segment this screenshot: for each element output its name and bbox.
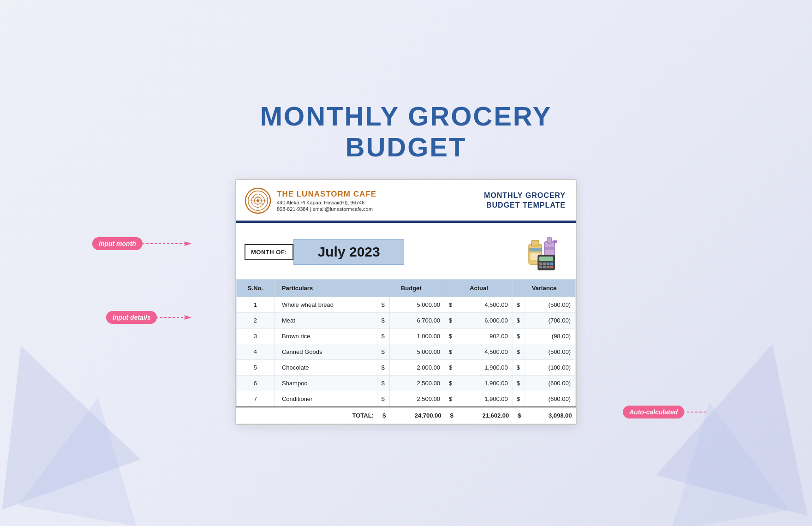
budget-table-wrapper: S.No. Particulars Budget Actual Variance…	[236, 279, 576, 424]
cell-variance-sym: $	[513, 360, 525, 376]
cell-variance: (500.00)	[525, 344, 576, 360]
svg-point-11	[252, 197, 254, 198]
cell-budget-sym: $	[377, 360, 389, 376]
svg-marker-1	[185, 241, 191, 246]
total-variance-sym: $	[513, 407, 525, 424]
cell-variance-sym: $	[513, 313, 525, 329]
cell-particular[interactable]: Canned Goods	[274, 344, 377, 360]
cell-budget-sym: $	[377, 329, 389, 344]
page-title: MONTHLY GROCERY BUDGET	[260, 101, 552, 162]
cell-actual[interactable]: 6,000.00	[457, 313, 513, 329]
total-actual-sym: $	[445, 407, 457, 424]
doc-header: THE LUNASTORM CAFE 440 Aleka Pl Kapaa, H…	[236, 180, 576, 223]
svg-rect-23	[539, 263, 542, 265]
cell-variance-sym: $	[513, 391, 525, 407]
cell-actual-sym: $	[445, 313, 457, 329]
page-title-line2: BUDGET	[346, 132, 467, 162]
cell-actual[interactable]: 1,900.00	[457, 360, 513, 376]
cell-variance: (600.00)	[525, 391, 576, 407]
cell-sno: 5	[237, 360, 275, 376]
cell-actual[interactable]: 1,900.00	[457, 391, 513, 407]
cell-variance: (98.00)	[525, 329, 576, 344]
month-row: MONTH OF: July 2023	[236, 223, 576, 279]
document-card: THE LUNASTORM CAFE 440 Aleka Pl Kapaa, H…	[235, 179, 577, 425]
cell-actual-sym: $	[445, 344, 457, 360]
input-month-annotation: Input month	[92, 237, 143, 250]
cell-budget-sym: $	[377, 391, 389, 407]
svg-rect-25	[547, 263, 549, 265]
cell-budget-sym: $	[377, 313, 389, 329]
cafe-contact: 808-821-9384 | email@lunastormcafe.com	[277, 206, 376, 212]
cell-particular[interactable]: Shampoo	[274, 376, 377, 391]
header-sno: S.No.	[237, 280, 275, 297]
cell-actual-sym: $	[445, 360, 457, 376]
total-row: TOTAL: $ 24,700.00 $ 21,602.00 $ 3,098.0…	[237, 407, 576, 424]
cell-budget[interactable]: 2,500.00	[389, 376, 445, 391]
cell-budget-sym: $	[377, 297, 389, 313]
cell-particular[interactable]: Brown rice	[274, 329, 377, 344]
cafe-logo-icon	[245, 187, 271, 214]
cell-sno: 4	[237, 344, 275, 360]
cell-actual-sym: $	[445, 391, 457, 407]
cell-budget[interactable]: 6,700.00	[389, 313, 445, 329]
cell-variance: (500.00)	[525, 297, 576, 313]
input-details-annotation: Input details	[106, 311, 157, 324]
month-value[interactable]: July 2023	[293, 239, 404, 265]
cell-budget[interactable]: 1,000.00	[389, 329, 445, 344]
cell-sno: 2	[237, 313, 275, 329]
svg-rect-30	[550, 266, 553, 268]
cell-budget-sym: $	[377, 344, 389, 360]
cell-actual-sym: $	[445, 376, 457, 391]
header-actual: Actual	[445, 280, 513, 297]
header-budget: Budget	[377, 280, 445, 297]
cell-particular[interactable]: Meat	[274, 313, 377, 329]
svg-rect-20	[544, 247, 555, 250]
budget-table: S.No. Particulars Budget Actual Variance…	[236, 279, 576, 424]
total-budget-sym: $	[377, 407, 389, 424]
table-row: 7 Conditioner $ 2,500.00 $ 1,900.00 $ (6…	[237, 391, 576, 407]
total-variance: 3,098.00	[525, 407, 576, 424]
cell-actual[interactable]: 4,500.00	[457, 297, 513, 313]
grocery-icon-area	[524, 231, 566, 273]
cell-sno: 1	[237, 297, 275, 313]
cafe-info: THE LUNASTORM CAFE 440 Aleka Pl Kapaa, H…	[277, 190, 376, 212]
cell-actual-sym: $	[445, 297, 457, 313]
cell-budget[interactable]: 2,500.00	[389, 391, 445, 407]
cell-actual[interactable]: 1,900.00	[457, 376, 513, 391]
cell-variance-sym: $	[513, 376, 525, 391]
grocery-icon	[524, 231, 566, 273]
svg-rect-26	[550, 263, 553, 265]
page-wrapper: MONTHLY GROCERY BUDGET Input month Input…	[0, 83, 812, 443]
doc-title: MONTHLY GROCERY BUDGET TEMPLATE	[484, 191, 566, 210]
cell-budget[interactable]: 5,000.00	[389, 344, 445, 360]
svg-rect-19	[553, 240, 557, 243]
cell-budget-sym: $	[377, 376, 389, 391]
table-row: 6 Shampoo $ 2,500.00 $ 1,900.00 $ (600.0…	[237, 376, 576, 391]
cell-actual[interactable]: 902.00	[457, 329, 513, 344]
table-footer: TOTAL: $ 24,700.00 $ 21,602.00 $ 3,098.0…	[237, 407, 576, 424]
cell-particular[interactable]: Conditioner	[274, 391, 377, 407]
cell-variance-sym: $	[513, 344, 525, 360]
svg-point-10	[257, 199, 259, 202]
svg-rect-14	[531, 240, 539, 246]
table-header: S.No. Particulars Budget Actual Variance	[237, 280, 576, 297]
cell-variance: (100.00)	[525, 360, 576, 376]
cell-variance-sym: $	[513, 297, 525, 313]
cell-budget[interactable]: 5,000.00	[389, 297, 445, 313]
svg-rect-28	[543, 266, 546, 268]
header-particulars: Particulars	[274, 280, 377, 297]
page-title-line1: MONTHLY GROCERY	[260, 101, 552, 131]
svg-rect-29	[547, 266, 549, 268]
cell-budget[interactable]: 2,000.00	[389, 360, 445, 376]
cell-actual[interactable]: 4,500.00	[457, 344, 513, 360]
table-row: 3 Brown rice $ 1,000.00 $ 902.00 $ (98.0…	[237, 329, 576, 344]
table-body: 1 Whole wheat bread $ 5,000.00 $ 4,500.0…	[237, 297, 576, 407]
svg-rect-22	[539, 257, 553, 261]
total-label: TOTAL:	[237, 407, 377, 424]
total-actual: 21,602.00	[457, 407, 513, 424]
table-row: 1 Whole wheat bread $ 5,000.00 $ 4,500.0…	[237, 297, 576, 313]
cell-particular[interactable]: Whole wheat bread	[274, 297, 377, 313]
cell-particular[interactable]: Chocolate	[274, 360, 377, 376]
table-row: 2 Meat $ 6,700.00 $ 6,000.00 $ (700.00)	[237, 313, 576, 329]
svg-rect-15	[529, 248, 542, 251]
